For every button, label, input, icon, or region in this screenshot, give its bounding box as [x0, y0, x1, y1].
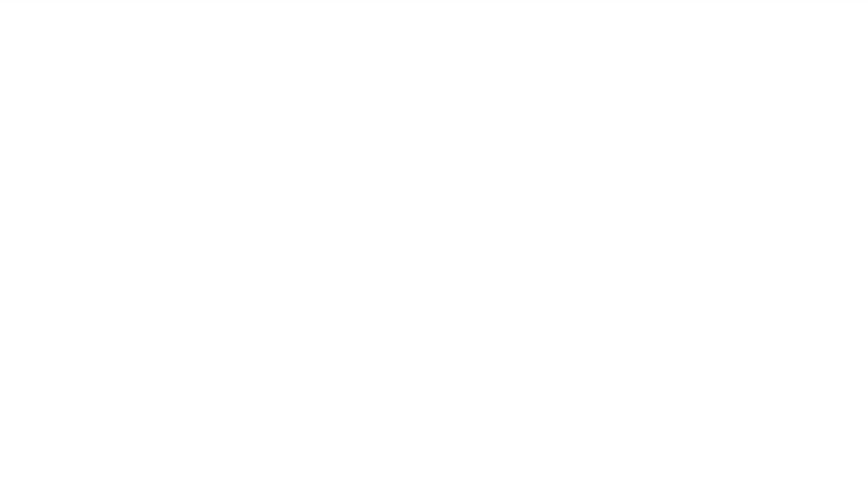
- formula-bar-area: [0, 0, 868, 2]
